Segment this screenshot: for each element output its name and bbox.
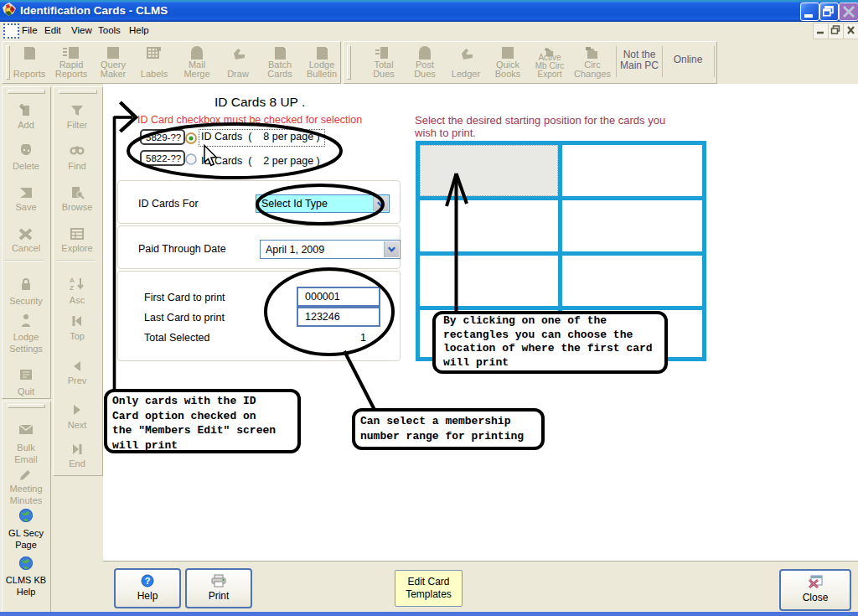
svg-text:Z: Z	[70, 284, 74, 291]
svg-text:?: ?	[145, 576, 151, 586]
svg-text:A: A	[70, 277, 75, 284]
